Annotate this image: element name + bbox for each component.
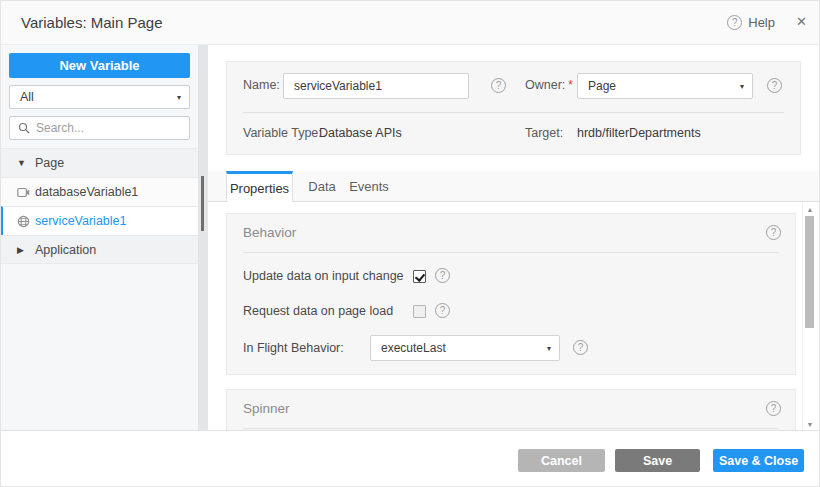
variables-dialog: Variables: Main Page ? Help ✕ New Variab… bbox=[0, 0, 820, 487]
tab-events[interactable]: Events bbox=[343, 171, 395, 202]
request-data-label: Request data on page load bbox=[243, 304, 393, 318]
variable-info-panel: Name:* ? Owner:* Page ▾ ? Variable Type:… bbox=[226, 61, 801, 155]
page-title: Variables: Main Page bbox=[21, 1, 162, 45]
tree-node-page[interactable]: ▼ Page bbox=[1, 148, 198, 177]
behavior-section: Behavior ? Update data on input change ?… bbox=[226, 213, 796, 375]
behavior-help-icon[interactable]: ? bbox=[766, 225, 781, 240]
update-data-checkbox[interactable] bbox=[413, 270, 426, 283]
chevron-down-icon: ▾ bbox=[547, 344, 551, 353]
target-value: hrdb/filterDepartments bbox=[577, 126, 701, 140]
variables-sidebar: New Variable All ▾ ▼ Page databaseVariab… bbox=[1, 45, 208, 431]
variable-type-value: Database APIs bbox=[319, 126, 402, 140]
owner-label: Owner:* bbox=[525, 78, 573, 92]
cancel-button[interactable]: Cancel bbox=[518, 449, 605, 472]
divider bbox=[243, 252, 779, 253]
variable-filter-value: All bbox=[20, 90, 177, 104]
update-data-help-icon[interactable]: ? bbox=[435, 268, 450, 283]
variable-detail-pane: Name:* ? Owner:* Page ▾ ? Variable Type:… bbox=[208, 45, 820, 431]
target-label: Target: bbox=[525, 126, 563, 140]
save-button[interactable]: Save bbox=[615, 449, 700, 472]
caret-down-icon[interactable]: ▼ bbox=[17, 158, 33, 168]
spinner-section: Spinner ? bbox=[226, 389, 796, 431]
tree-node-label: serviceVariable1 bbox=[35, 214, 126, 228]
dialog-header: Variables: Main Page ? Help ✕ bbox=[1, 1, 820, 45]
behavior-section-title: Behavior bbox=[243, 225, 296, 240]
request-data-checkbox[interactable] bbox=[413, 305, 426, 318]
new-variable-button[interactable]: New Variable bbox=[9, 53, 190, 78]
content-scrollbar[interactable]: ▲ ▼ bbox=[802, 203, 816, 431]
variable-filter-select[interactable]: All ▾ bbox=[9, 85, 190, 109]
save-and-close-button[interactable]: Save & Close bbox=[713, 449, 804, 472]
name-input[interactable] bbox=[283, 73, 469, 99]
help-label: Help bbox=[748, 15, 775, 30]
spinner-section-title: Spinner bbox=[243, 401, 290, 416]
name-help-icon[interactable]: ? bbox=[491, 78, 506, 93]
tree-node-label: databaseVariable1 bbox=[35, 185, 138, 199]
divider bbox=[243, 428, 779, 429]
variable-type-label: Variable Type: bbox=[243, 126, 322, 140]
detail-tabbar: Properties Data Events bbox=[208, 171, 820, 202]
sidebar-scrollbar-thumb[interactable] bbox=[201, 176, 204, 231]
tab-data[interactable]: Data bbox=[301, 171, 343, 202]
variable-search[interactable] bbox=[9, 116, 190, 140]
tree-node-label: Page bbox=[35, 156, 64, 170]
service-variable-icon bbox=[17, 215, 33, 228]
database-variable-icon bbox=[17, 187, 33, 198]
properties-tab-content: Behavior ? Update data on input change ?… bbox=[208, 202, 820, 431]
inflight-help-icon[interactable]: ? bbox=[573, 340, 588, 355]
required-asterisk: * bbox=[568, 78, 573, 92]
divider bbox=[243, 112, 784, 113]
inflight-behavior-value: executeLast bbox=[381, 341, 547, 355]
scroll-up-icon[interactable]: ▲ bbox=[803, 206, 817, 213]
scroll-down-icon[interactable]: ▼ bbox=[803, 421, 817, 428]
tab-properties[interactable]: Properties bbox=[226, 171, 293, 203]
request-data-help-icon[interactable]: ? bbox=[435, 303, 450, 318]
tree-node-service-variable[interactable]: serviceVariable1 bbox=[1, 206, 198, 235]
search-icon bbox=[18, 122, 30, 134]
content-scrollbar-thumb[interactable] bbox=[805, 216, 814, 328]
update-data-label: Update data on input change bbox=[243, 269, 404, 283]
help-link[interactable]: ? Help bbox=[727, 15, 775, 30]
tree-node-database-variable[interactable]: databaseVariable1 bbox=[1, 177, 198, 206]
spinner-help-icon[interactable]: ? bbox=[766, 401, 781, 416]
inflight-behavior-label: In Flight Behavior: bbox=[243, 341, 344, 355]
owner-select[interactable]: Page ▾ bbox=[577, 73, 753, 99]
close-icon[interactable]: ✕ bbox=[796, 14, 807, 29]
tree-node-application[interactable]: ▶ Application bbox=[1, 235, 198, 264]
dialog-footer: Cancel Save Save & Close bbox=[1, 430, 820, 487]
chevron-down-icon: ▾ bbox=[740, 82, 744, 91]
name-label: Name:* bbox=[243, 78, 288, 92]
owner-help-icon[interactable]: ? bbox=[767, 78, 782, 93]
search-input[interactable] bbox=[36, 121, 191, 135]
chevron-down-icon: ▾ bbox=[177, 93, 181, 102]
inflight-behavior-select[interactable]: executeLast ▾ bbox=[370, 335, 560, 361]
variable-tree: ▼ Page databaseVariable1 serviceVariable… bbox=[1, 148, 198, 264]
owner-value: Page bbox=[588, 79, 740, 93]
tree-node-label: Application bbox=[35, 243, 96, 257]
caret-right-icon[interactable]: ▶ bbox=[17, 245, 33, 255]
help-icon: ? bbox=[727, 15, 742, 30]
sidebar-scrollbar[interactable] bbox=[198, 45, 208, 431]
